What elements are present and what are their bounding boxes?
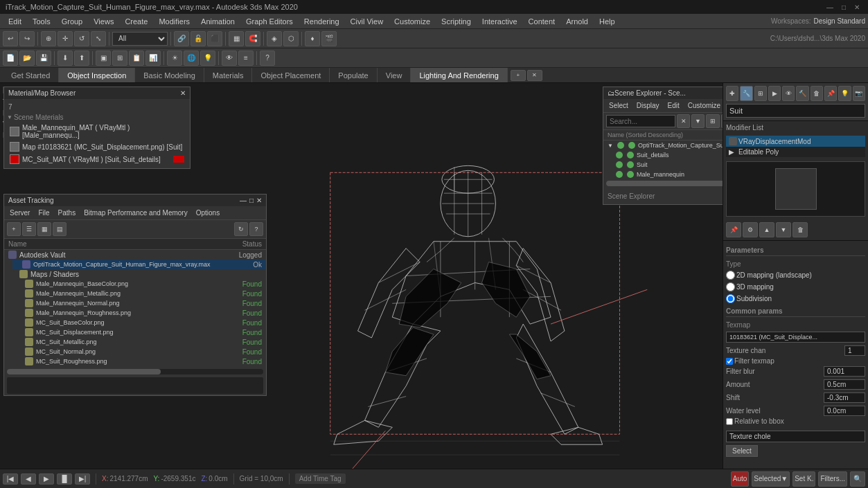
scene-row-optitrack[interactable]: ▼ OptiTrack_Motion_Capture_Suit_Human_Fi… — [603, 141, 723, 150]
menu-customize[interactable]: Customize — [389, 16, 436, 27]
optitrack-eye2[interactable] — [628, 142, 635, 149]
bind-btn[interactable]: ⬛ — [207, 31, 222, 46]
new-scene-btn[interactable]: 📄 — [3, 51, 18, 66]
create-icon[interactable]: ✚ — [726, 86, 738, 101]
display-btn[interactable]: 👁 — [222, 51, 237, 66]
selected-dropdown[interactable]: Selected ▼ — [752, 471, 790, 487]
modifier-vray-displacement[interactable]: VRayDisplacementMod — [726, 136, 865, 147]
scene-menu-edit[interactable]: Edit — [665, 100, 682, 111]
selection-filter[interactable]: ◈ — [267, 31, 282, 46]
scene-row-mannequin[interactable]: Male_mannequin — [603, 170, 723, 179]
delete-modifier-btn[interactable]: 🗑 — [792, 222, 808, 237]
filters-btn[interactable]: Filters... — [818, 471, 847, 487]
tab-object-placement[interactable]: Object Placement — [252, 68, 330, 82]
asset-row-normal[interactable]: Male_Mannequin_Normal.png Found — [4, 298, 266, 308]
relative-bbox-checkbox[interactable] — [726, 418, 733, 425]
open-btn[interactable]: 📂 — [19, 51, 35, 66]
optitrack-eye[interactable] — [617, 142, 624, 149]
asset-menu-server[interactable]: Server — [7, 208, 33, 218]
camera-icon[interactable]: 📷 — [853, 86, 865, 101]
redo-btn[interactable]: ↪ — [19, 31, 35, 46]
viewport[interactable]: [+] [Perspective] [Standard] [Edged Face… — [0, 83, 723, 469]
tab-get-started[interactable]: Get Started — [3, 68, 59, 82]
asset-menu-bitmap[interactable]: Bitmap Performance and Memory — [81, 208, 191, 218]
menu-graph-editors[interactable]: Graph Editors — [240, 16, 299, 27]
asset-row-vault[interactable]: Autodesk Vault Logged — [4, 250, 266, 260]
env-btn[interactable]: 🌐 — [184, 51, 199, 66]
asset-row-metallic[interactable]: Male_Mannequin_Metallic.png Found — [4, 289, 266, 298]
asset-row-mc-normal[interactable]: MC_Suit_Normal.png Found — [4, 347, 266, 356]
menu-tools[interactable]: Tools — [27, 16, 56, 27]
tab-basic-modeling[interactable]: Basic Modeling — [135, 68, 204, 82]
mat-item-2[interactable]: Map #10183621 (MC_Suit_Displacement.png)… — [7, 141, 187, 153]
menu-edit[interactable]: Edit — [3, 16, 27, 27]
material-editor-btn[interactable]: ♦ — [305, 31, 320, 46]
scene-menu-select[interactable]: Select — [606, 100, 631, 111]
asset-row-mc-metallic[interactable]: MC_Suit_Metallic.png Found — [4, 337, 266, 347]
menu-scripting[interactable]: Scripting — [436, 16, 477, 27]
modifier-settings-btn[interactable]: ⚙ — [743, 222, 758, 237]
asset-refresh-btn[interactable]: ↻ — [234, 222, 248, 236]
mat-item-1[interactable]: Male_Mannequin_MAT ( VRayMtl ) [Male_man… — [7, 123, 187, 141]
scene-menu-display[interactable]: Display — [634, 100, 662, 111]
select-btn[interactable]: ⊕ — [41, 31, 56, 46]
save-btn[interactable]: 💾 — [36, 51, 51, 66]
object-name-input[interactable] — [726, 104, 865, 118]
asset-close-btn[interactable]: ✕ — [256, 197, 262, 204]
layer-btn[interactable]: ≡ — [238, 51, 254, 66]
lights-btn[interactable]: 💡 — [200, 51, 215, 66]
asset-menu-paths[interactable]: Paths — [55, 208, 79, 218]
tab-materials[interactable]: Materials — [204, 68, 253, 82]
asset-row-maps[interactable]: Maps / Shaders — [4, 269, 266, 279]
scene-collapse-btn[interactable]: ⊟ — [721, 114, 723, 128]
view-align-btn[interactable]: ▦ — [229, 31, 244, 46]
pin-modifier-btn[interactable]: 📌 — [726, 222, 741, 237]
summary-btn[interactable]: 📊 — [145, 51, 161, 66]
import-btn[interactable]: ⬇ — [57, 51, 73, 66]
menu-group[interactable]: Group — [56, 16, 89, 27]
scene-row-suit[interactable]: Suit — [603, 160, 723, 170]
menu-content[interactable]: Content — [523, 16, 561, 27]
unlink-btn[interactable]: 🔓 — [191, 31, 206, 46]
next-frame-btn[interactable]: ▶| — [75, 473, 90, 485]
asset-help-btn[interactable]: ? — [249, 222, 263, 236]
export-btn[interactable]: ⬆ — [74, 51, 89, 66]
link-btn[interactable]: 🔗 — [174, 31, 189, 46]
water-level-input[interactable] — [824, 406, 865, 416]
scene-expand-btn[interactable]: ⊞ — [706, 114, 720, 128]
select-button[interactable]: Select — [726, 445, 758, 457]
asset-row-mc-basecolor[interactable]: MC_Suit_BaseColor.png Found — [4, 318, 266, 327]
menu-help[interactable]: Help — [594, 16, 621, 27]
tab-view[interactable]: View — [378, 68, 411, 82]
asset-row-file[interactable]: OptiTrack_Motion_Capture_Suit_Human_Figu… — [12, 260, 266, 269]
asset-row-mc-displacement[interactable]: MC_Suit_Displacement.png Found — [4, 327, 266, 337]
scene-states-btn[interactable]: ▣ — [96, 51, 111, 66]
search-btn[interactable]: 🔍 — [850, 471, 865, 487]
mat-browser-title-bar[interactable]: Material/Map Browser ✕ — [4, 87, 190, 99]
tab-more-btn[interactable]: + — [511, 70, 526, 81]
mannequin-eye2[interactable] — [627, 171, 634, 178]
menu-animation[interactable]: Animation — [195, 16, 240, 27]
suit-eye[interactable] — [616, 161, 623, 168]
scene-clear-btn[interactable]: ✕ — [677, 114, 690, 128]
play-anim-btn[interactable]: ▶ — [39, 473, 54, 485]
pin-icon[interactable]: 📌 — [824, 86, 837, 101]
tab-close-btn[interactable]: ✕ — [527, 70, 542, 81]
suit-eye2[interactable] — [627, 161, 634, 168]
asset-row-mc-roughness[interactable]: MC_Suit_Roughness.png Found — [4, 356, 266, 366]
asset-tracking-title-bar[interactable]: Asset Tracking — □ ✕ — [4, 195, 266, 206]
filter-dropdown[interactable]: All — [112, 32, 168, 46]
isolate-btn[interactable]: ⬡ — [283, 31, 299, 46]
menu-arnold[interactable]: Arnold — [560, 16, 594, 27]
reference-btn[interactable]: ⊞ — [112, 51, 127, 66]
tab-populate[interactable]: Populate — [330, 68, 377, 82]
del-icon[interactable]: 🗑 — [811, 86, 823, 101]
set-k-btn[interactable]: Set K. — [792, 471, 815, 487]
menu-modifiers[interactable]: Modifiers — [153, 16, 195, 27]
texture-chan-input[interactable] — [844, 345, 865, 356]
filter-texmap-checkbox[interactable] — [726, 358, 733, 365]
scene-menu-customize[interactable]: Customize — [685, 100, 723, 111]
suit-details-eye[interactable] — [616, 152, 623, 159]
utility-icon[interactable]: 🔨 — [796, 86, 808, 101]
minimize-btn[interactable]: — — [824, 3, 836, 11]
